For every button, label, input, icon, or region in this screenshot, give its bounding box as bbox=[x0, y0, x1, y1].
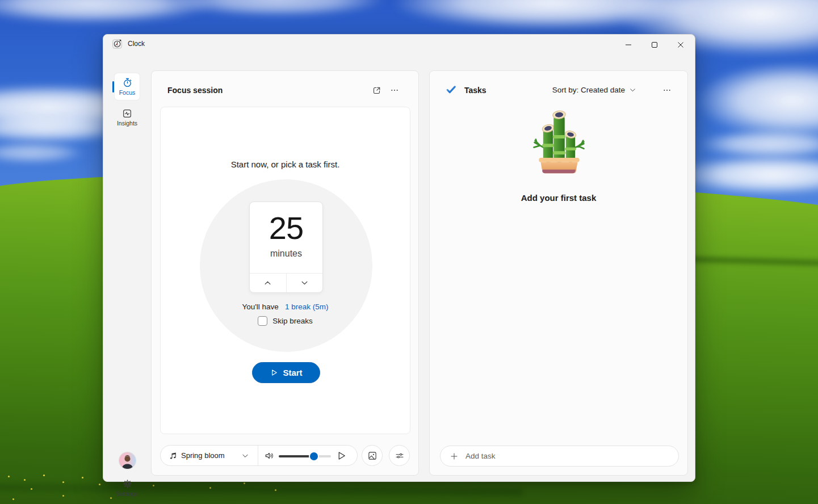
sort-label: Sort by: Created date bbox=[552, 86, 625, 94]
close-icon bbox=[677, 41, 684, 48]
cloud bbox=[170, 0, 386, 17]
ellipsis-icon bbox=[662, 86, 672, 95]
tasks-panel-title: Tasks bbox=[464, 86, 486, 95]
sidebar-item-label: Focus bbox=[119, 89, 136, 96]
skip-breaks-row: Skip breaks bbox=[161, 315, 410, 326]
break-info-line: You'll have 1 break (5m) bbox=[161, 303, 410, 311]
timer-unit-label: minutes bbox=[250, 249, 322, 259]
sound-select[interactable]: Spring bloom bbox=[161, 446, 258, 465]
sidebar-item-insights[interactable]: Insights bbox=[115, 104, 140, 131]
background-picker-button[interactable] bbox=[362, 445, 383, 466]
image-icon bbox=[367, 451, 377, 461]
focus-panel-title: Focus session bbox=[167, 86, 223, 95]
sidebar-item-label: Insights bbox=[117, 120, 137, 127]
sidebar-item-focus[interactable]: Focus bbox=[115, 73, 140, 100]
sidebar-item-settings[interactable]: Settings bbox=[103, 479, 151, 497]
timer-stepper bbox=[250, 273, 322, 292]
focus-session-panel: Focus session Start now, or pick a task … bbox=[151, 70, 419, 476]
break-prefix-text: You'll have bbox=[242, 303, 278, 311]
focus-more-options-button[interactable] bbox=[387, 83, 402, 97]
start-button[interactable]: Start bbox=[252, 362, 320, 383]
cloud bbox=[676, 154, 818, 195]
window-title: Clock bbox=[128, 40, 145, 48]
tasks-empty-title: Add your first task bbox=[430, 193, 687, 203]
plus-icon bbox=[450, 452, 459, 461]
volume-thumb[interactable] bbox=[310, 452, 318, 460]
skip-breaks-label: Skip breaks bbox=[272, 317, 313, 325]
focus-session-card: Start now, or pick a task first. 25 minu… bbox=[160, 107, 410, 434]
focus-prompt-text: Start now, or pick a task first. bbox=[161, 159, 410, 169]
chevron-down-icon bbox=[241, 452, 249, 460]
break-count-link[interactable]: 1 break (5m) bbox=[285, 303, 329, 311]
tasks-more-options-button[interactable] bbox=[659, 83, 675, 97]
add-task-input[interactable]: Add task bbox=[440, 446, 679, 467]
chevron-up-icon bbox=[263, 279, 272, 287]
timer-card: 25 minutes bbox=[249, 201, 323, 293]
sliders-icon bbox=[395, 451, 405, 461]
settings-label: Settings bbox=[116, 490, 138, 497]
cloud bbox=[698, 129, 818, 159]
focus-panel-header: Focus session bbox=[152, 71, 418, 107]
start-button-label: Start bbox=[283, 368, 302, 377]
cloud bbox=[0, 142, 85, 163]
preview-sound-button[interactable] bbox=[335, 450, 347, 461]
minimize-button[interactable] bbox=[615, 35, 641, 54]
selected-indicator bbox=[112, 81, 114, 93]
tasks-check-icon bbox=[446, 84, 456, 95]
timer-minutes-value: 25 bbox=[250, 212, 322, 244]
skip-breaks-checkbox[interactable] bbox=[258, 316, 267, 326]
account-avatar[interactable] bbox=[119, 452, 136, 469]
chevron-down-icon bbox=[629, 86, 636, 94]
clock-app-window: Clock Focus bbox=[103, 34, 695, 482]
focus-settings-button[interactable] bbox=[389, 445, 410, 466]
maximize-icon bbox=[651, 41, 658, 48]
minimize-icon bbox=[625, 41, 632, 48]
gear-icon bbox=[123, 479, 132, 489]
flower-dots bbox=[8, 476, 10, 477]
open-in-new-window-button[interactable] bbox=[368, 83, 384, 97]
volume-slider[interactable] bbox=[279, 455, 331, 457]
cloud bbox=[695, 62, 818, 139]
decrease-minutes-button[interactable] bbox=[287, 274, 323, 292]
clock-app-icon bbox=[112, 39, 123, 49]
tasks-panel-header: Tasks Sort by: Created date bbox=[430, 71, 687, 107]
maximize-button[interactable] bbox=[641, 35, 668, 54]
titlebar: Clock bbox=[103, 35, 695, 62]
tasks-panel: Tasks Sort by: Created date bbox=[429, 70, 688, 476]
window-controls bbox=[615, 35, 694, 54]
sort-dropdown[interactable]: Sort by: Created date bbox=[552, 86, 636, 94]
ellipsis-icon bbox=[390, 86, 399, 95]
sound-bar: Spring bloom bbox=[160, 445, 358, 466]
bamboo-illustration bbox=[522, 105, 596, 180]
chevron-down-icon bbox=[300, 279, 309, 287]
sidebar: Focus Insights bbox=[103, 62, 151, 481]
increase-minutes-button[interactable] bbox=[250, 274, 287, 292]
insights-icon bbox=[122, 108, 132, 119]
sound-name: Spring bloom bbox=[181, 451, 225, 460]
music-note-icon bbox=[168, 450, 178, 461]
focus-timer-icon bbox=[122, 77, 133, 88]
play-icon bbox=[270, 368, 278, 377]
avatar-image bbox=[119, 452, 136, 469]
speaker-icon bbox=[264, 450, 275, 461]
volume-fill bbox=[279, 455, 314, 457]
add-task-placeholder: Add task bbox=[465, 452, 496, 460]
close-button[interactable] bbox=[668, 35, 694, 54]
open-in-new-window-icon bbox=[372, 86, 381, 95]
